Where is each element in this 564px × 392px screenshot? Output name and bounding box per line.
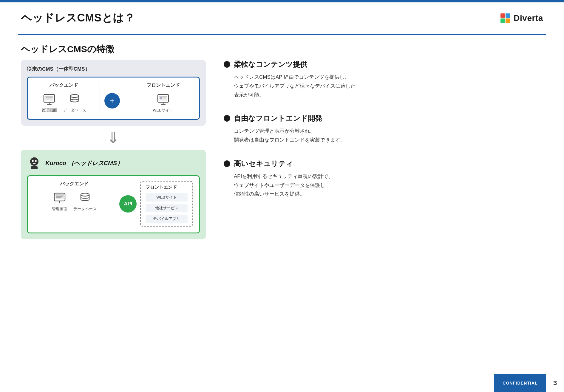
- backend-label2: バックエンド: [34, 181, 115, 187]
- svg-rect-6: [45, 96, 53, 97]
- feature-2: 自由なフロントエンド開発 コンテンツ管理と表示が分離され、開発者は自由なフロント…: [224, 114, 543, 145]
- headless-db-item: データベース: [73, 191, 97, 212]
- svg-rect-1: [506, 13, 510, 18]
- diverta-logo-icon: [500, 13, 511, 24]
- headless-header: Kuroco （ヘッドレスCMS）: [27, 156, 200, 171]
- footer: CONFIDENTIAL 3: [0, 374, 564, 392]
- page-title: ヘッドレスCMSとは？: [21, 11, 135, 25]
- service-mobile: モバイルアプリ: [146, 215, 188, 223]
- kuroco-label: Kuroco （ヘッドレスCMS）: [45, 159, 123, 167]
- api-frontend-area: API フロントエンド WEBサイト 他社サービス モバイルアプリ: [119, 181, 193, 227]
- svg-point-23: [33, 161, 34, 162]
- svg-point-37: [81, 193, 89, 196]
- admin-label: 管理画面: [41, 108, 57, 113]
- svg-rect-0: [500, 13, 505, 18]
- admin-icon-item: 管理画面: [41, 93, 57, 113]
- kuroco-mascot-icon: [27, 156, 42, 171]
- service-web: WEBサイト: [146, 193, 188, 202]
- svg-rect-32: [55, 194, 64, 196]
- logo-area: Diverta: [500, 13, 543, 24]
- feature-2-title: 自由なフロントエンド開発: [224, 114, 543, 123]
- feature-1: 柔軟なコンテンツ提供 ヘッドレスCMSはAPI経由でコンテンツを提供し、ウェブや…: [224, 60, 543, 99]
- inner-cms-box: バックエンド: [27, 77, 200, 120]
- svg-rect-17: [160, 97, 162, 99]
- header: ヘッドレスCMSとは？ Diverta: [0, 2, 564, 30]
- headless-cms-box: Kuroco （ヘッドレスCMS） バックエンド: [21, 150, 206, 239]
- features-area: 柔軟なコンテンツ提供 ヘッドレスCMSはAPI経由でコンテンツを提供し、ウェブや…: [224, 60, 543, 213]
- header-divider: [18, 34, 546, 35]
- svg-point-24: [36, 161, 37, 162]
- headless-db-icon: [78, 191, 92, 204]
- traditional-cms-label: 従来のCMS（一体型CMS）: [27, 66, 200, 72]
- headless-admin-icon: [53, 191, 66, 204]
- backend-label: バックエンド: [34, 82, 94, 89]
- dashed-frontend-box: フロントエンド WEBサイト 他社サービス モバイルアプリ: [140, 181, 193, 227]
- service-other: 他社サービス: [146, 204, 188, 212]
- inner-headless-box: バックエンド 管理画面: [27, 175, 200, 233]
- web-label: WEBサイト: [153, 108, 173, 113]
- feature-3-title: 高いセキュリティ: [224, 159, 543, 168]
- admin-screen-icon: [43, 93, 56, 106]
- api-badge: API: [119, 195, 137, 213]
- frontend-label: フロントエンド: [133, 82, 193, 89]
- headless-admin-label: 管理画面: [52, 206, 67, 212]
- monitor-icon: [157, 93, 170, 106]
- svg-rect-8: [47, 104, 52, 105]
- feature-3-desc: APIを利用するセキュリティ重視の設計で、ウェブサイトやユーザーデータを保護し信…: [224, 172, 543, 199]
- svg-rect-26: [31, 166, 33, 169]
- headless-backend-icons: 管理画面 データベース: [34, 191, 115, 212]
- traditional-cms-box: 従来のCMS（一体型CMS） バックエンド: [21, 60, 206, 126]
- svg-point-11: [70, 94, 79, 97]
- backend-section: バックエンド: [34, 82, 100, 113]
- logo-text: Diverta: [514, 13, 543, 23]
- feature-1-title: 柔軟なコンテンツ提供: [224, 60, 543, 69]
- page-number: 3: [546, 374, 564, 392]
- plus-area: +: [100, 82, 124, 113]
- headless-frontend-label: フロントエンド: [146, 185, 188, 190]
- headless-admin-item: 管理画面: [52, 191, 67, 212]
- frontend-section: フロントエンド: [124, 82, 193, 113]
- section-title: ヘッドレスCMSの特徴: [21, 43, 114, 55]
- db-label: データベース: [63, 108, 86, 113]
- plus-icon: +: [104, 93, 120, 109]
- svg-rect-14: [159, 96, 167, 97]
- feature-2-desc: コンテンツ管理と表示が分離され、開発者は自由なフロントエンドを実装できます。: [224, 127, 543, 145]
- feature-1-desc: ヘッドレスCMSはAPI経由でコンテンツを提供し、ウェブやモバイルアプリなど様々…: [224, 73, 543, 99]
- svg-rect-27: [35, 166, 38, 169]
- down-arrow: ⇓: [21, 126, 206, 150]
- bullet-dot-3: [224, 160, 230, 167]
- top-bar: [0, 0, 564, 2]
- feature-3: 高いセキュリティ APIを利用するセキュリティ重視の設計で、ウェブサイトやユーザ…: [224, 159, 543, 199]
- db-icon-item: データベース: [63, 93, 86, 113]
- headless-backend-box: バックエンド 管理画面: [34, 181, 115, 227]
- headless-db-label: データベース: [73, 206, 97, 212]
- svg-rect-3: [506, 18, 510, 23]
- confidential-badge: CONFIDENTIAL: [494, 374, 546, 392]
- frontend-icons-row: WEBサイト: [133, 93, 193, 113]
- cms-sections: バックエンド: [34, 82, 193, 113]
- database-icon: [68, 93, 81, 106]
- backend-icons-row: 管理画面 データベース: [34, 93, 94, 113]
- svg-rect-16: [161, 104, 166, 105]
- bullet-dot-2: [224, 115, 230, 122]
- svg-rect-34: [57, 203, 62, 203]
- diagram-area: 従来のCMS（一体型CMS） バックエンド: [21, 60, 206, 368]
- svg-rect-2: [500, 18, 505, 23]
- web-icon-item: WEBサイト: [153, 93, 173, 113]
- bullet-dot-1: [224, 61, 230, 68]
